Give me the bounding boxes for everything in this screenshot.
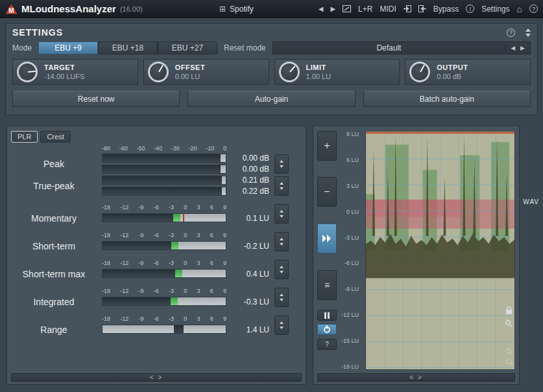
integrated-stepper[interactable] — [274, 288, 289, 307]
reset-mode-dropdown[interactable]: Default ◀ ▶ — [272, 41, 531, 54]
lu-tick: 0 — [184, 316, 187, 323]
titlebar-right: ◀ ▶ L+R MIDI Bypass ! Settings ⌂ ? — [319, 4, 538, 14]
reset-mode-prev-icon[interactable]: ◀ — [511, 45, 515, 51]
preset-name: Spotify — [230, 5, 254, 14]
zoom-out-button[interactable]: − — [317, 177, 337, 207]
short-term-max-stepper[interactable] — [274, 260, 289, 279]
zoom-horizontal-icon[interactable] — [505, 348, 513, 356]
y-axis-label: -15 LU — [341, 338, 359, 344]
titlebar: M MLoudnessAnalyzer (16.00) ⊞ Spotify ◀ … — [0, 0, 543, 18]
help-icon[interactable]: ? — [529, 5, 538, 13]
reset-mode-next-icon[interactable]: ▶ — [520, 45, 525, 51]
settings-help-icon[interactable]: ? — [507, 29, 515, 37]
reset-mode-arrows: ◀ ▶ — [505, 45, 530, 51]
loudness-graph[interactable] — [365, 131, 515, 370]
lu-tick: -18 — [102, 204, 110, 211]
lu-tick: 9 — [223, 232, 226, 239]
limit-knob[interactable] — [279, 62, 300, 82]
midi-button[interactable]: MIDI — [380, 5, 396, 14]
prev-preset-button[interactable]: ◀ — [319, 5, 324, 12]
reset-mode-value: Default — [273, 43, 505, 52]
true-peak-stepper[interactable] — [274, 176, 289, 196]
momentary-meter — [102, 213, 226, 222]
reset-now-button[interactable]: Reset now — [12, 91, 180, 107]
short-term-meter-group: -18-12-9-6-30369 Short-term -0.2 LU — [11, 232, 302, 251]
enable-analyzer-button[interactable] — [317, 324, 337, 335]
lu-tick: -9 — [138, 260, 143, 267]
panel-collapse-icon[interactable] — [525, 29, 531, 37]
zoom-tool-icon[interactable] — [505, 319, 513, 327]
db-tick: 0 — [223, 145, 226, 152]
offset-knob-panel[interactable]: OFFSET 0.00 LU — [143, 59, 269, 85]
output-knob-panel[interactable]: OUTPUT 0.00 dB — [405, 59, 531, 85]
lu-tick: 3 — [197, 288, 200, 295]
graph-zoom-corner-tools — [505, 348, 513, 366]
lu-tick: -18 — [102, 288, 110, 295]
db-scale: -80-60-50-40-30-20-100 — [102, 145, 226, 152]
undo-icon[interactable] — [404, 5, 411, 12]
graph-menu-button[interactable]: ≡ — [317, 270, 337, 300]
channel-mode-button[interactable]: L+R — [358, 5, 372, 14]
limiter-warning-icon[interactable]: ! — [466, 5, 474, 13]
auto-gain-button[interactable]: Auto-gain — [187, 91, 355, 107]
settings-title: SETTINGS — [12, 27, 63, 38]
melda-logo-icon[interactable]: M — [5, 4, 18, 14]
lu-tick: -18 — [102, 232, 110, 239]
y-axis-label: 0 LU — [346, 209, 359, 215]
pause-button[interactable] — [317, 310, 337, 321]
y-axis-label: -9 LU — [344, 286, 359, 292]
momentary-stepper[interactable] — [274, 204, 289, 224]
lock-icon[interactable] — [505, 306, 513, 315]
tab-crest[interactable]: Crest — [40, 131, 70, 143]
offset-knob[interactable] — [148, 62, 169, 82]
follow-playback-button[interactable] — [317, 224, 337, 253]
reset-mode-label: Reset mode — [224, 43, 266, 52]
mode-label: Mode — [12, 43, 32, 52]
graph-help-button[interactable]: ? — [317, 339, 337, 350]
settings-button[interactable]: Settings — [481, 5, 509, 14]
lu-tick: -6 — [154, 260, 159, 267]
db-tick: -50 — [136, 145, 145, 152]
mode-tab-ebu27[interactable]: EBU +27 — [158, 41, 217, 54]
lu-tick: 3 — [197, 232, 200, 239]
meters-scrollbar[interactable]: < > — [11, 373, 302, 382]
short-term-stepper[interactable] — [274, 232, 289, 251]
titlebar-left: M MLoudnessAnalyzer (16.00) — [5, 3, 143, 14]
bypass-button[interactable]: Bypass — [433, 5, 459, 14]
offset-label: OFFSET — [175, 63, 205, 71]
mode-tab-ebu9[interactable]: EBU +9 — [38, 41, 98, 54]
range-stepper[interactable] — [274, 316, 289, 335]
range-meter — [102, 325, 226, 334]
batch-auto-gain-button[interactable]: Batch auto-gain — [363, 91, 531, 107]
zoom-in-button[interactable]: + — [317, 131, 337, 161]
plugin-window: M MLoudnessAnalyzer (16.00) ⊞ Spotify ◀ … — [0, 0, 543, 392]
target-knob-panel[interactable]: TARGET -14.00 LUFS — [12, 59, 138, 85]
peak-label: Peak — [11, 159, 97, 169]
lu-tick: 9 — [223, 260, 226, 267]
lu-tick: -6 — [154, 232, 159, 239]
home-icon[interactable]: ⌂ — [517, 4, 522, 14]
preset-selector[interactable]: ⊞ Spotify — [219, 5, 254, 14]
wav-edge-tab[interactable]: WAV — [523, 198, 539, 205]
peak-meter-right — [102, 165, 226, 174]
lu-tick: -12 — [120, 204, 128, 211]
lu-tick: -9 — [138, 288, 143, 295]
peak-stepper[interactable] — [274, 154, 289, 174]
lu-tick: -3 — [169, 316, 174, 323]
mode-tab-ebu18[interactable]: EBU +18 — [98, 41, 158, 54]
output-knob[interactable] — [409, 62, 430, 82]
graph-scrollbar[interactable]: < > — [317, 373, 515, 382]
zoom-vertical-icon[interactable] — [505, 358, 513, 366]
lu-tick: -3 — [169, 260, 174, 267]
lu-tick: -3 — [169, 204, 174, 211]
next-preset-button[interactable]: ▶ — [330, 5, 335, 12]
ab-compare-icon[interactable] — [343, 5, 351, 12]
main-area: PLR Crest -80-60-50-40-30-20-100 Peak 0.… — [6, 126, 520, 385]
redo-icon[interactable] — [418, 5, 426, 12]
lu-tick: -3 — [169, 288, 174, 295]
limit-knob-panel[interactable]: LIMIT 1.00 LU — [274, 59, 400, 85]
tab-plr[interactable]: PLR — [11, 131, 38, 143]
target-knob[interactable] — [17, 62, 38, 82]
lu-scale: -18-12-9-6-30369 — [102, 316, 226, 323]
lu-tick: -3 — [169, 232, 174, 239]
